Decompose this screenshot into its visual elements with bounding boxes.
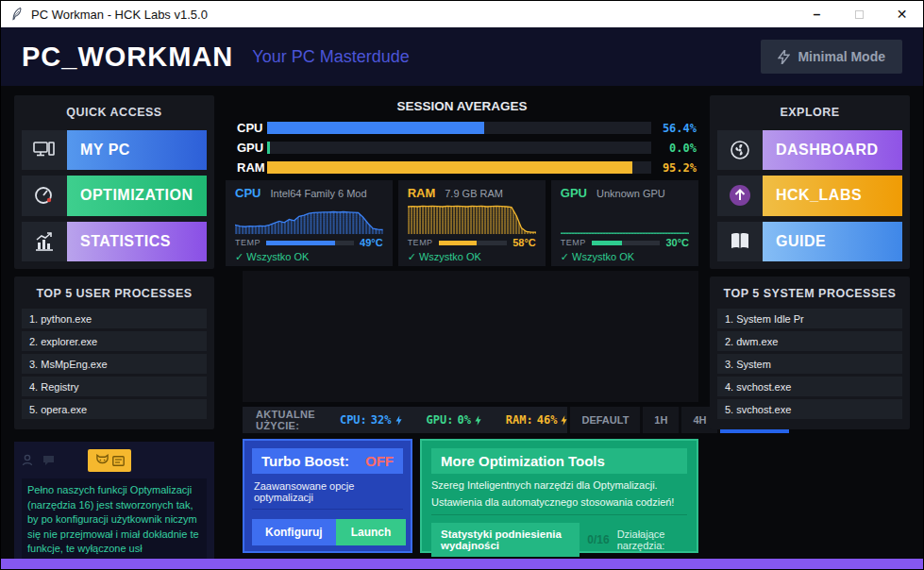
up-arrow-icon [717,176,763,215]
ram-hardware-panel: RAM7.9 GB RAM TEMP 58°C ✓ Wszystko OK [398,180,546,266]
range-button-1h[interactable]: 1H [640,407,679,433]
gpu-usage-metric: GPU:0% [427,413,481,427]
list-item[interactable]: 1. python.exe [22,309,207,328]
quick-access-title: QUICK ACCESS [22,99,207,125]
ram-name: RAM [408,186,436,200]
sidebar-item-dashboard[interactable]: DASHBOARD [717,130,902,170]
fan-icon [717,130,763,170]
cpu-average-value: 56.4% [651,122,698,135]
guide-button-label: GUIDE [763,222,902,261]
cpu-name: CPU [235,186,260,200]
ram-average-row: RAM 95.2% [226,160,698,175]
system-processes-panel: TOP 5 SYSTEM PROCESSES 1. System Idle Pr… [710,277,910,429]
app-window: PC Workman - HCK Labs v1.5.0 – ✕ PC_WORK… [0,0,924,570]
cpu-usage-metric: CPU:32% [340,413,402,427]
cpu-temp-label: TEMP [235,238,260,247]
dashboard-button-label: DASHBOARD [763,130,902,170]
list-item[interactable]: 3. MsMpEng.exe [22,354,207,374]
optimization-info-text: Pełno naszych funkcji Optymalizacji (nar… [22,478,207,562]
sidebar-item-optimization[interactable]: OPTIMIZATION [22,176,207,215]
sidebar-item-hck-labs[interactable]: HCK_LABS [717,176,902,215]
configure-button[interactable]: Konfiguruj [252,519,336,545]
user-processes-title: TOP 5 USER PROCESSES [22,280,207,306]
maximize-button[interactable] [838,1,881,27]
list-item[interactable]: 4. svchost.exe [717,377,902,396]
close-button[interactable]: ✕ [881,1,923,27]
turbo-boost-desc: Zaawansowane opcje optymalizacji [254,480,401,503]
cat-icon [95,454,109,467]
gpu-hardware-panel: GPUUnknown GPU TEMP 30°C ✓ Wszystko OK [551,180,698,266]
turbo-boost-title: Turbo Boost: [261,453,349,469]
optimization-tools-panel: More Optimization Tools Szereg Inteligen… [420,439,698,553]
ram-desc: 7.9 GB RAM [445,188,503,199]
gauge-icon [22,176,67,215]
sidebar-item-my-pc[interactable]: MY PC [22,130,207,170]
list-item[interactable]: 2. explorer.exe [22,331,207,351]
cpu-average-row: CPU 56.4% [226,121,698,135]
user-icon [22,453,37,468]
launch-button[interactable]: Launch [336,519,407,545]
window-title: PC Workman - HCK Labs v1.5.0 [31,8,208,22]
range-button-default[interactable]: DEFAULT [567,407,640,433]
app-header: PC_WORKMAN Your PC Masterdude Minimal Mo… [1,27,923,86]
gpu-average-label: GPU [226,141,267,155]
ram-usage-sparkline [408,202,536,234]
lightning-icon [778,50,790,64]
gpu-usage-sparkline [561,202,689,234]
optimization-button-label: OPTIMIZATION [67,176,207,215]
list-item[interactable]: 1. System Idle Pr [717,309,902,328]
tools-description-line2: Ustawienia dla automatycznego stosowania… [431,496,687,508]
cpu-hardware-panel: CPUIntel64 Family 6 Mod TEMP 49°C ✓ Wszy… [226,180,393,266]
main-content: QUICK ACCESS MY PC OPTIMIZATION [1,86,923,560]
cpu-average-label: CPU [226,121,267,135]
lightning-icon [475,415,481,426]
sidebar-item-statistics[interactable]: STATISTICS [22,222,207,261]
turbo-boost-header: Turbo Boost: OFF [252,448,403,474]
active-tools-label: Działające narzędzia: [617,528,687,551]
book-icon [717,222,763,261]
minimal-mode-button[interactable]: Minimal Mode [761,40,902,74]
gpu-average-value: 0.0% [651,142,698,155]
explore-panel: EXPLORE DASHBOARD HCK_LABS [710,95,910,269]
tools-description-line1: Szereg Inteligentnych narzędzi dla Optym… [431,479,687,491]
chat-icon [42,454,58,467]
turbo-boost-state: OFF [365,453,394,469]
hck-labs-button-label: HCK_LABS [763,176,902,215]
current-usage-bar: AKTUALNE UŻYCIE: CPU:32% GPU:0% RAM:46% … [243,407,698,433]
usage-graph-area [243,271,698,402]
card-icon [112,456,125,466]
active-tools-count: 0/16 [587,533,609,546]
list-item[interactable]: 5. svchost.exe [717,399,902,419]
ram-status: ✓ Wszystko OK [408,251,536,263]
session-averages-title: SESSION AVERAGES [226,95,698,121]
turbo-boost-panel: Turbo Boost: OFF Zaawansowane opcje opty… [243,439,412,553]
gpu-average-bar [267,142,651,154]
system-processes-title: TOP 5 SYSTEM PROCESSES [717,280,902,306]
gpu-desc: Unknown GPU [596,188,665,199]
gpu-average-row: GPU 0.0% [226,141,698,155]
quick-access-panel: QUICK ACCESS MY PC OPTIMIZATION [14,95,214,269]
app-title: PC_WORKMAN [22,42,233,73]
ram-temp-label: TEMP [408,238,433,247]
pc-icon [22,130,67,170]
cpu-average-bar [267,122,651,134]
list-item[interactable]: 5. opera.exe [22,399,207,419]
minimize-button[interactable]: – [796,1,838,27]
cpu-usage-sparkline [235,202,383,234]
ram-usage-metric: RAM:46% [506,413,568,427]
list-item[interactable]: 2. dwm.exe [717,331,902,351]
list-item[interactable]: 3. System [717,354,902,374]
gpu-temp-value: 30°C [665,237,689,248]
gpu-status: ✓ Wszystko OK [561,251,689,263]
cpu-temp-bar [266,241,354,245]
feather-icon [8,7,24,22]
performance-stats-button[interactable]: Statystyki podniesienia wydajności [431,523,580,557]
cpu-status: ✓ Wszystko OK [235,251,383,263]
gpu-name: GPU [561,186,587,200]
statistics-button-label: STATISTICS [67,222,207,261]
list-item[interactable]: 4. Registry [22,377,207,396]
optimization-info-panel: Pełno naszych funkcji Optymalizacji (nar… [14,442,214,560]
cpu-desc: Intel64 Family 6 Mod [270,188,366,199]
cat-tools-button[interactable] [88,449,131,472]
sidebar-item-guide[interactable]: GUIDE [717,222,902,261]
